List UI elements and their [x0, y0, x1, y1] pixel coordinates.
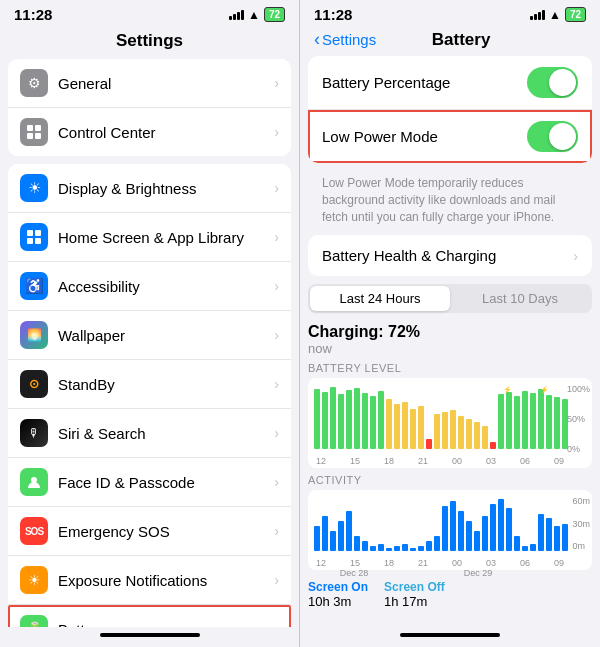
- svg-rect-48: [354, 536, 360, 551]
- control-center-label: Control Center: [58, 124, 274, 141]
- battery-percentage-row[interactable]: Battery Percentage: [308, 56, 592, 110]
- svg-rect-7: [35, 238, 41, 244]
- settings-group-2: ☀ Display & Brightness › Home Screen & A…: [8, 164, 291, 627]
- right-home-indicator: [300, 627, 600, 647]
- home-indicator: [0, 627, 299, 647]
- exposure-icon: ☀: [20, 566, 48, 594]
- y-label-30: 30m: [572, 519, 590, 529]
- sidebar-item-control-center[interactable]: Control Center ›: [8, 108, 291, 156]
- svg-rect-65: [490, 504, 496, 551]
- charging-info: Charging: 72% now: [308, 323, 592, 356]
- low-power-mode-label: Low Power Mode: [322, 128, 527, 145]
- battery-chart-svg: ⚡ ⚡: [312, 384, 570, 454]
- back-label: Settings: [322, 31, 376, 48]
- low-power-mode-row[interactable]: Low Power Mode: [308, 110, 592, 163]
- chevron-icon: ›: [274, 425, 279, 441]
- svg-rect-23: [426, 439, 432, 449]
- svg-rect-45: [330, 531, 336, 551]
- chevron-icon: ›: [274, 376, 279, 392]
- sidebar-item-battery[interactable]: 🔋 Battery ›: [8, 605, 291, 627]
- sidebar-item-home-screen[interactable]: Home Screen & App Library ›: [8, 213, 291, 262]
- svg-rect-24: [434, 414, 440, 449]
- display-icon: ☀: [20, 174, 48, 202]
- svg-rect-57: [426, 541, 432, 551]
- screen-off-label: Screen Off: [384, 580, 445, 594]
- svg-rect-3: [35, 133, 41, 139]
- battery-health-chevron-icon: ›: [573, 248, 578, 264]
- svg-rect-39: [554, 397, 560, 449]
- svg-rect-29: [474, 422, 480, 449]
- svg-rect-34: [514, 396, 520, 449]
- battery-level-chart: 100% 50% 0%: [308, 378, 592, 468]
- right-status-icons: ▲ 72: [530, 7, 586, 22]
- wifi-icon: ▲: [248, 8, 260, 22]
- svg-rect-5: [35, 230, 41, 236]
- general-icon: ⚙: [20, 69, 48, 97]
- svg-rect-36: [530, 393, 536, 449]
- svg-rect-10: [322, 392, 328, 449]
- tab-24h[interactable]: Last 24 Hours: [310, 286, 450, 311]
- activity-y-labels: 60m 30m 0m: [572, 496, 590, 551]
- y-label-50: 50%: [567, 414, 590, 424]
- sidebar-item-emergency[interactable]: SOS Emergency SOS ›: [8, 507, 291, 556]
- battery-percentage-toggle[interactable]: [527, 67, 578, 98]
- battery-y-labels: 100% 50% 0%: [567, 384, 590, 454]
- exposure-label: Exposure Notifications: [58, 572, 274, 589]
- screen-off-value: 1h 17m: [384, 594, 445, 609]
- svg-rect-46: [338, 521, 344, 551]
- svg-rect-13: [346, 390, 352, 449]
- standby-label: StandBy: [58, 376, 274, 393]
- low-power-mode-toggle[interactable]: [527, 121, 578, 152]
- sidebar-item-standby[interactable]: ⊙ StandBy ›: [8, 360, 291, 409]
- tab-10d[interactable]: Last 10 Days: [450, 286, 590, 311]
- svg-rect-61: [458, 511, 464, 551]
- right-panel: 11:28 ▲ 72 ‹ Settings Battery: [300, 0, 600, 647]
- svg-rect-38: [546, 395, 552, 449]
- home-screen-label: Home Screen & App Library: [58, 229, 274, 246]
- svg-rect-68: [514, 536, 520, 551]
- svg-rect-50: [370, 546, 376, 551]
- chevron-icon: ›: [274, 124, 279, 140]
- activity-label: ACTIVITY: [308, 474, 592, 486]
- svg-rect-4: [27, 230, 33, 236]
- svg-rect-60: [450, 501, 456, 551]
- svg-rect-1: [35, 125, 41, 131]
- svg-rect-59: [442, 506, 448, 551]
- chevron-icon: ›: [274, 523, 279, 539]
- home-screen-icon: [20, 223, 48, 251]
- svg-rect-54: [402, 544, 408, 551]
- home-bar: [100, 633, 200, 637]
- svg-rect-2: [27, 133, 33, 139]
- wallpaper-label: Wallpaper: [58, 327, 274, 344]
- y-label-0m: 0m: [572, 541, 590, 551]
- svg-rect-27: [458, 416, 464, 449]
- svg-rect-33: [506, 392, 512, 449]
- svg-rect-32: [498, 394, 504, 449]
- sidebar-item-siri[interactable]: 🎙 Siri & Search ›: [8, 409, 291, 458]
- svg-rect-22: [418, 406, 424, 449]
- screen-on-value: 10h 3m: [308, 594, 368, 609]
- sidebar-item-display[interactable]: ☀ Display & Brightness ›: [8, 164, 291, 213]
- svg-rect-62: [466, 521, 472, 551]
- battery-label: Battery: [58, 621, 274, 628]
- sidebar-item-exposure[interactable]: ☀ Exposure Notifications ›: [8, 556, 291, 605]
- svg-rect-63: [474, 531, 480, 551]
- svg-rect-53: [394, 546, 400, 551]
- sidebar-item-accessibility[interactable]: ♿ Accessibility ›: [8, 262, 291, 311]
- chevron-icon: ›: [274, 180, 279, 196]
- battery-health-row[interactable]: Battery Health & Charging ›: [308, 235, 592, 276]
- screen-off-stat: Screen Off 1h 17m: [384, 580, 445, 609]
- svg-rect-64: [482, 516, 488, 551]
- sidebar-item-wallpaper[interactable]: 🌅 Wallpaper ›: [8, 311, 291, 360]
- svg-rect-55: [410, 548, 416, 551]
- right-signal-icon: [530, 10, 545, 20]
- sidebar-item-faceid[interactable]: Face ID & Passcode ›: [8, 458, 291, 507]
- back-button[interactable]: ‹ Settings: [314, 29, 376, 50]
- svg-rect-21: [410, 409, 416, 449]
- settings-list: ⚙ General › Control Center ›: [0, 59, 299, 627]
- sidebar-item-general[interactable]: ⚙ General ›: [8, 59, 291, 108]
- svg-rect-28: [466, 419, 472, 449]
- svg-rect-56: [418, 546, 424, 551]
- right-wifi-icon: ▲: [549, 8, 561, 22]
- general-label: General: [58, 75, 274, 92]
